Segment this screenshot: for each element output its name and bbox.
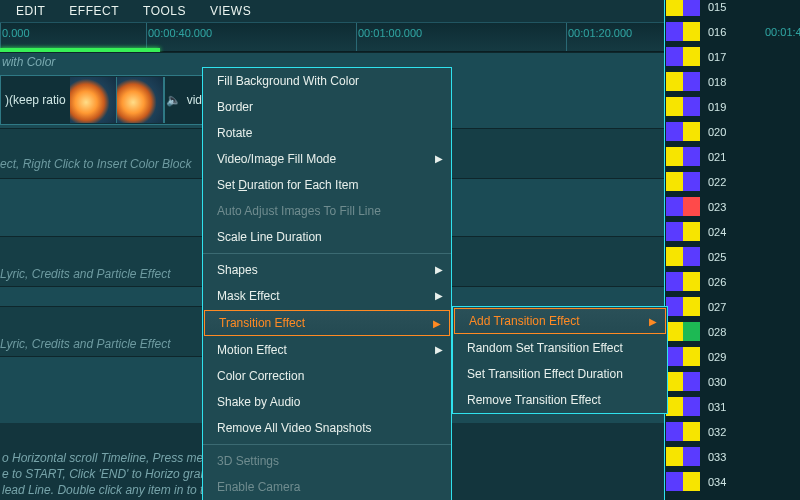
menu-item[interactable]: Set Transition Effect Duration	[453, 361, 667, 387]
thumb-id: 021	[708, 151, 726, 163]
thumb-icon	[666, 47, 700, 66]
thumb-id: 015	[708, 1, 726, 13]
menu-item[interactable]: Motion Effect▶	[203, 337, 451, 363]
menu-item[interactable]: Shapes▶	[203, 257, 451, 283]
thumb-icon	[666, 0, 700, 16]
thumb-id: 023	[708, 201, 726, 213]
thumb-icon	[666, 247, 700, 266]
chevron-right-icon: ▶	[435, 337, 443, 363]
thumb-id: 030	[708, 376, 726, 388]
menu-item[interactable]: Mask Effect▶	[203, 283, 451, 309]
chevron-right-icon: ▶	[435, 283, 443, 309]
ruler-tick	[356, 23, 357, 51]
transition-thumb[interactable]: 029	[665, 346, 760, 367]
speaker-icon[interactable]: 🔈	[164, 77, 183, 123]
transition-thumb[interactable]: 016	[665, 21, 760, 42]
menu-item[interactable]: Fill Background With Color	[203, 68, 451, 94]
menu-item[interactable]: Set Duration for Each Item	[203, 172, 451, 198]
transition-thumb[interactable]: 023	[665, 196, 760, 217]
thumb-id: 034	[708, 476, 726, 488]
menu-item[interactable]: Border	[203, 94, 451, 120]
thumb-id: 033	[708, 451, 726, 463]
menu-item[interactable]: Shake by Audio	[203, 389, 451, 415]
thumb-icon	[666, 197, 700, 216]
transition-thumb[interactable]: 026	[665, 271, 760, 292]
transition-thumb[interactable]: 028	[665, 321, 760, 342]
thumb-icon	[666, 372, 700, 391]
context-submenu-transition[interactable]: Add Transition Effect▶Random Set Transit…	[452, 306, 668, 414]
thumb-icon	[666, 397, 700, 416]
thumb-id: 024	[708, 226, 726, 238]
thumb-icon	[666, 297, 700, 316]
transition-thumb[interactable]: 020	[665, 121, 760, 142]
thumb-id: 031	[708, 401, 726, 413]
ruler-time-overflow: 00:01:4	[765, 26, 798, 38]
transition-thumb[interactable]: 027	[665, 296, 760, 317]
thumb-icon	[666, 272, 700, 291]
thumb-icon	[666, 122, 700, 141]
menu-item[interactable]: Transition Effect▶	[204, 310, 450, 336]
clip-thumbnail	[70, 77, 117, 123]
thumb-id: 019	[708, 101, 726, 113]
ruler-tick	[146, 23, 147, 51]
menu-item[interactable]: Video/Image Fill Mode▶	[203, 146, 451, 172]
menu-item: 3D Settings	[203, 448, 451, 474]
menu-item[interactable]: Random Set Transition Effect	[453, 335, 667, 361]
menu-item: Enable Camera	[203, 474, 451, 500]
thumb-icon	[666, 97, 700, 116]
transition-thumb-strip[interactable]: 00:01:4 01501601701801902002102202302402…	[664, 0, 800, 500]
transition-thumb[interactable]: 033	[665, 446, 760, 467]
chevron-right-icon: ▶	[433, 311, 441, 337]
transition-thumb[interactable]: 031	[665, 396, 760, 417]
menu-edit[interactable]: EDIT	[4, 0, 57, 22]
thumb-id: 028	[708, 326, 726, 338]
menu-separator	[203, 253, 451, 254]
ruler-label: 00:01:00.000	[358, 27, 422, 39]
context-menu[interactable]: Fill Background With ColorBorderRotateVi…	[202, 67, 452, 500]
ruler-label: 00:01:20.000	[568, 27, 632, 39]
transition-thumb[interactable]: 032	[665, 421, 760, 442]
chevron-right-icon: ▶	[435, 146, 443, 172]
chevron-right-icon: ▶	[435, 257, 443, 283]
thumb-id: 026	[708, 276, 726, 288]
menu-tools[interactable]: TOOLS	[131, 0, 198, 22]
thumb-icon	[666, 472, 700, 491]
menu-item[interactable]: Rotate	[203, 120, 451, 146]
transition-thumb[interactable]: 030	[665, 371, 760, 392]
thumb-id: 022	[708, 176, 726, 188]
menu-item[interactable]: Scale Line Duration	[203, 224, 451, 250]
thumb-id: 032	[708, 426, 726, 438]
thumb-icon	[666, 72, 700, 91]
chevron-right-icon: ▶	[649, 309, 657, 335]
menu-item[interactable]: Remove Transition Effect	[453, 387, 667, 413]
transition-thumb[interactable]: 018	[665, 71, 760, 92]
thumb-icon	[666, 422, 700, 441]
clip-label: )(keep ratio	[1, 93, 70, 107]
thumb-icon	[666, 222, 700, 241]
ruler-label: 0.000	[2, 27, 30, 39]
transition-thumb[interactable]: 025	[665, 246, 760, 267]
thumb-icon	[666, 172, 700, 191]
transition-thumb[interactable]: 022	[665, 171, 760, 192]
thumb-id: 018	[708, 76, 726, 88]
timeline-clip[interactable]: )(keep ratio 🔈 vide	[0, 75, 214, 125]
menu-item[interactable]: Color Correction	[203, 363, 451, 389]
menu-views[interactable]: VIEWS	[198, 0, 263, 22]
thumb-icon	[666, 347, 700, 366]
transition-thumb[interactable]: 015	[665, 0, 760, 17]
transition-thumb[interactable]: 019	[665, 96, 760, 117]
ruler-tick	[0, 23, 1, 51]
transition-thumb[interactable]: 021	[665, 146, 760, 167]
menu-separator	[203, 444, 451, 445]
transition-thumb[interactable]: 024	[665, 221, 760, 242]
track-title: with Color	[2, 55, 55, 69]
transition-thumb[interactable]: 017	[665, 46, 760, 67]
thumb-id: 016	[708, 26, 726, 38]
thumb-id: 025	[708, 251, 726, 263]
thumb-icon	[666, 147, 700, 166]
menu-item[interactable]: Remove All Video Snapshots	[203, 415, 451, 441]
menu-item[interactable]: Add Transition Effect▶	[454, 308, 666, 334]
transition-thumb[interactable]: 034	[665, 471, 760, 492]
menu-effect[interactable]: EFFECT	[57, 0, 131, 22]
clip-thumbnail	[117, 77, 164, 123]
